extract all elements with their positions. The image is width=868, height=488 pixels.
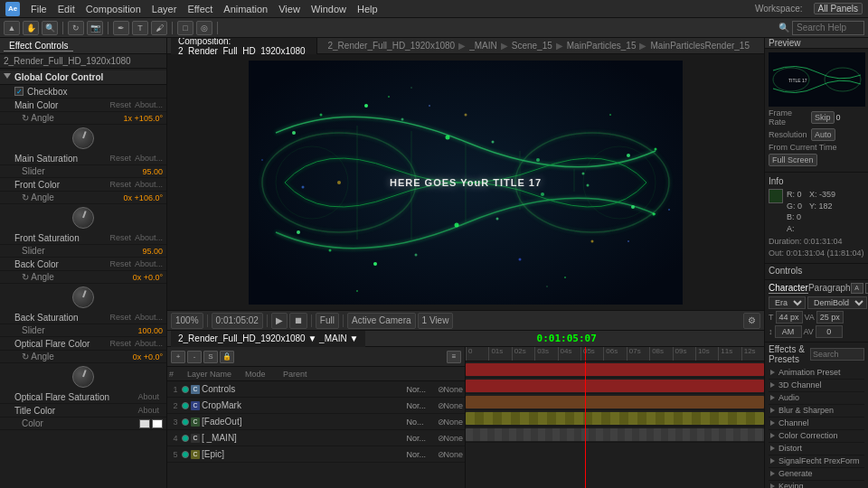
- angle-value-3[interactable]: 0x +0.0°: [133, 273, 163, 282]
- font-size-input[interactable]: [776, 311, 803, 324]
- new-layer-btn[interactable]: +: [171, 351, 185, 363]
- main-color-row[interactable]: Main Color Reset About...: [0, 99, 166, 112]
- breadcrumb-item-2[interactable]: _MAIN: [469, 41, 497, 51]
- frame-rate-value[interactable]: 0: [836, 113, 841, 122]
- playback-play[interactable]: ▶: [271, 313, 288, 329]
- toolbar-btn-zoom[interactable]: 🔍: [42, 21, 58, 35]
- workspace-value[interactable]: All Panels: [814, 3, 863, 14]
- menu-item-effect[interactable]: Effect: [187, 4, 212, 14]
- optical-sat-reset[interactable]: About: [137, 392, 159, 401]
- title-color-row[interactable]: Title Color About: [0, 404, 166, 418]
- front-sat-row[interactable]: Front Saturation Reset About...: [0, 231, 166, 245]
- slider-value-3[interactable]: 100.00: [137, 326, 163, 335]
- track-bar-5[interactable]: [466, 428, 764, 441]
- track-bar-2[interactable]: [466, 380, 764, 392]
- collapse-btn[interactable]: ≡: [447, 351, 461, 363]
- font-family-select[interactable]: Era: [769, 296, 806, 309]
- text-color-bg[interactable]: [865, 283, 868, 294]
- ep-item-generate[interactable]: Generate: [769, 468, 864, 481]
- toolbar-btn-shape[interactable]: □: [177, 21, 193, 35]
- layer-visible-1[interactable]: [182, 386, 189, 393]
- view-dropdown[interactable]: Active Camera: [347, 313, 416, 329]
- breadcrumb-item-4[interactable]: MainParticles_15: [567, 41, 637, 51]
- front-color-reset[interactable]: Reset: [109, 180, 131, 189]
- main-color-reset[interactable]: Reset: [109, 100, 131, 109]
- back-color-knob[interactable]: [72, 286, 94, 308]
- text-color-fg[interactable]: A: [851, 283, 863, 294]
- main-sat-reset[interactable]: Reset: [109, 154, 131, 163]
- slider-value-2[interactable]: 95.00: [142, 247, 163, 256]
- menu-item-view[interactable]: View: [278, 4, 300, 14]
- fullscreen-btn[interactable]: Full Screen: [769, 154, 817, 166]
- slider-value-1[interactable]: 95.00: [142, 167, 163, 176]
- angle-value-1[interactable]: 1x +105.0°: [124, 114, 163, 123]
- time-display-small[interactable]: 0:01:05:02: [212, 313, 263, 329]
- layer-mode-3[interactable]: No...: [406, 418, 438, 427]
- front-sat-about[interactable]: About...: [135, 233, 163, 242]
- menu-item-composition[interactable]: Composition: [86, 4, 141, 14]
- main-color-about[interactable]: About...: [135, 100, 163, 109]
- solo-btn[interactable]: S: [203, 351, 218, 363]
- para-tab[interactable]: Paragraph: [808, 283, 851, 293]
- title-color-reset[interactable]: About: [137, 406, 159, 415]
- menu-item-window[interactable]: Window: [311, 4, 346, 14]
- font-vert-input[interactable]: [816, 325, 843, 338]
- timeline-time-display[interactable]: 0:01:05:07: [537, 333, 597, 344]
- back-color-reset[interactable]: Reset: [109, 259, 131, 268]
- ep-item-keying[interactable]: Keying: [769, 481, 864, 488]
- layer-mode-2[interactable]: Nor...: [406, 401, 438, 410]
- layer-visible-3[interactable]: [182, 418, 189, 426]
- delete-layer-btn[interactable]: -: [187, 351, 202, 363]
- optical-flare-color-row[interactable]: Optical Flare Color Reset About...: [0, 337, 166, 351]
- layer-mode-5[interactable]: Nor...: [406, 450, 438, 459]
- comp-tab[interactable]: Composition: 2_Render_Full_HD_1920x1080: [171, 38, 317, 54]
- main-color-knob[interactable]: [72, 127, 94, 149]
- optical-flare-knob[interactable]: [72, 366, 94, 388]
- menu-item-file[interactable]: File: [31, 4, 47, 14]
- search-input[interactable]: [792, 21, 864, 35]
- front-color-row[interactable]: Front Color Reset About...: [0, 178, 166, 192]
- layer-row-2[interactable]: 2 C CropMark Nor... ⊘ None: [167, 398, 465, 414]
- toolbar-btn-null[interactable]: ◎: [196, 21, 212, 35]
- ep-item-animation[interactable]: Animation Preset: [769, 367, 864, 380]
- toolbar-btn-select[interactable]: ▲: [4, 21, 20, 35]
- layer-row-5[interactable]: 5 C [Epic] Nor... ⊘ None: [167, 446, 465, 463]
- font-style-select[interactable]: DemiBold: [807, 296, 867, 309]
- back-sat-row[interactable]: Back Saturation Reset About...: [0, 311, 166, 324]
- track-bar-3[interactable]: [466, 396, 764, 408]
- back-sat-about[interactable]: About...: [135, 313, 163, 322]
- layer-row-1[interactable]: 1 C Controls Nor... ⊘ None: [167, 381, 465, 398]
- ep-item-blur[interactable]: Blur & Sharpen: [769, 405, 864, 418]
- view-count[interactable]: 1 View: [418, 313, 454, 329]
- menu-item-layer[interactable]: Layer: [152, 4, 177, 14]
- front-sat-reset[interactable]: Reset: [109, 233, 131, 242]
- layer-row-3[interactable]: 3 C [FadeOut] No... ⊘ None: [167, 414, 465, 430]
- comp-settings-btn[interactable]: ⚙: [743, 313, 760, 329]
- ep-item-color[interactable]: Color Correction: [769, 430, 864, 443]
- track-bar-1[interactable]: [466, 363, 764, 376]
- toolbar-btn-rotate[interactable]: ↻: [68, 21, 84, 35]
- optical-flare-reset[interactable]: Reset: [109, 339, 131, 348]
- toolbar-btn-cam[interactable]: 📷: [87, 21, 103, 35]
- optical-sat-row[interactable]: Optical Flare Saturation About: [0, 390, 166, 404]
- menu-item-help[interactable]: Help: [357, 4, 378, 14]
- menu-item-edit[interactable]: Edit: [58, 4, 75, 14]
- layer-mode-4[interactable]: Nor...: [406, 434, 438, 443]
- toolbar-btn-text[interactable]: T: [132, 21, 148, 35]
- angle-value-4[interactable]: 0x +0.0°: [133, 352, 163, 361]
- ep-item-3d[interactable]: 3D Channel: [769, 380, 864, 392]
- layer-visible-2[interactable]: [182, 402, 189, 409]
- front-color-about[interactable]: About...: [135, 180, 163, 189]
- layer-mode-1[interactable]: Nor...: [406, 385, 438, 394]
- layer-row-4[interactable]: 4 C [ _MAIN] Nor... ⊘ None: [167, 430, 465, 446]
- main-sat-row[interactable]: Main Saturation Reset About...: [0, 152, 166, 165]
- back-sat-reset[interactable]: Reset: [109, 313, 131, 322]
- menu-item-animation[interactable]: Animation: [223, 4, 268, 14]
- global-color-header[interactable]: Global Color Control: [0, 70, 166, 85]
- ep-item-audio[interactable]: Audio: [769, 392, 864, 405]
- color-swatch-2[interactable]: [152, 419, 163, 428]
- resolution-dropdown[interactable]: Full: [316, 313, 339, 329]
- effects-search-input[interactable]: [810, 348, 864, 361]
- checkbox-input[interactable]: [14, 87, 24, 96]
- color-swatch[interactable]: [139, 419, 150, 428]
